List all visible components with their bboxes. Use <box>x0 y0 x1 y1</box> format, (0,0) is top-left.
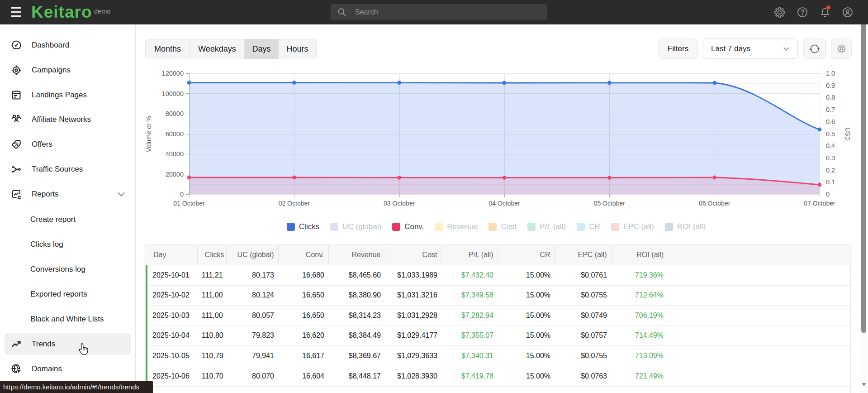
svg-text:0.2: 0.2 <box>826 167 835 174</box>
svg-text:0: 0 <box>826 191 830 198</box>
svg-text:0: 0 <box>180 191 184 198</box>
svg-text:05 October: 05 October <box>594 200 626 207</box>
svg-text:40000: 40000 <box>166 150 184 158</box>
svg-text:02 October: 02 October <box>279 200 310 207</box>
svg-text:100000: 100000 <box>162 90 184 97</box>
svg-text:Volume or %: Volume or % <box>145 116 152 152</box>
svg-text:0.4: 0.4 <box>826 142 835 149</box>
svg-text:80000: 80000 <box>166 110 184 117</box>
svg-text:04 October: 04 October <box>489 200 520 207</box>
svg-text:06 October: 06 October <box>699 200 730 207</box>
svg-text:07 October: 07 October <box>804 200 835 207</box>
svg-text:60000: 60000 <box>166 130 184 138</box>
svg-text:0.9: 0.9 <box>826 82 835 89</box>
svg-text:0.1: 0.1 <box>826 178 835 186</box>
svg-text:03 October: 03 October <box>384 200 415 207</box>
svg-text:0.5: 0.5 <box>826 130 835 138</box>
svg-text:0.3: 0.3 <box>826 154 835 162</box>
svg-text:0.8: 0.8 <box>826 94 835 101</box>
svg-text:0.7: 0.7 <box>826 106 835 113</box>
svg-text:120000: 120000 <box>162 70 184 77</box>
svg-text:USD: USD <box>844 127 851 141</box>
svg-text:1.0: 1.0 <box>826 70 835 77</box>
svg-text:20000: 20000 <box>166 171 184 178</box>
svg-text:S: S <box>15 142 19 147</box>
svg-text:01 October: 01 October <box>173 200 205 207</box>
svg-text:0.6: 0.6 <box>826 118 835 125</box>
